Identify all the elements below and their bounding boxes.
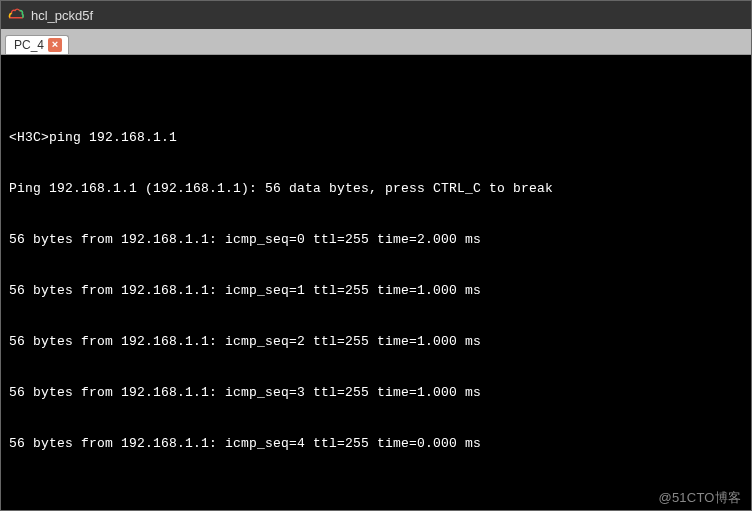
terminal-line: 56 bytes from 192.168.1.1: icmp_seq=3 tt… — [9, 384, 743, 401]
window-title: hcl_pckd5f — [31, 8, 93, 23]
terminal-output[interactable]: <H3C>ping 192.168.1.1 Ping 192.168.1.1 (… — [1, 55, 751, 510]
terminal-line: 56 bytes from 192.168.1.1: icmp_seq=1 tt… — [9, 282, 743, 299]
terminal-line: 56 bytes from 192.168.1.1: icmp_seq=0 tt… — [9, 231, 743, 248]
title-bar: hcl_pckd5f — [1, 1, 751, 29]
tab-label: PC_4 — [14, 38, 44, 52]
terminal-line: 56 bytes from 192.168.1.1: icmp_seq=2 tt… — [9, 333, 743, 350]
app-logo-icon — [7, 6, 25, 24]
watermark: @51CTO博客 — [659, 489, 741, 506]
tab-pc4[interactable]: PC_4 × — [5, 35, 69, 54]
terminal-line — [9, 486, 743, 503]
close-icon[interactable]: × — [48, 38, 62, 52]
terminal-line: <H3C>ping 192.168.1.1 — [9, 129, 743, 146]
terminal-line: Ping 192.168.1.1 (192.168.1.1): 56 data … — [9, 180, 743, 197]
terminal-line: 56 bytes from 192.168.1.1: icmp_seq=4 tt… — [9, 435, 743, 452]
tab-bar: PC_4 × — [1, 29, 751, 55]
